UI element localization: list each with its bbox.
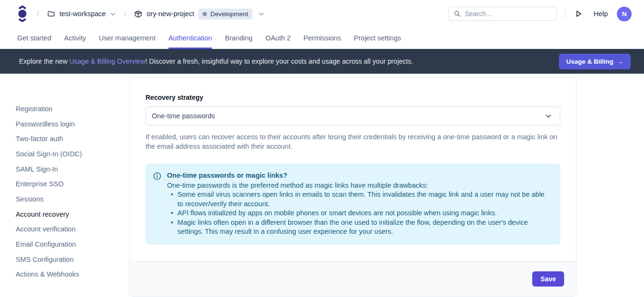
info-bullet: • API flows initialized by apps on mobil… [167, 209, 551, 218]
bullet-text: Some email virus scanners open links in … [177, 190, 551, 209]
account-recovery-card: Recovery strategy One-time passwords If … [129, 77, 576, 297]
card-footer: Save [130, 261, 576, 296]
banner-text-before: Explore the new [19, 57, 69, 65]
play-button[interactable] [574, 9, 584, 19]
search-input[interactable] [465, 10, 552, 18]
sidebar-item-account-recovery[interactable]: Account recovery [16, 207, 129, 222]
chevron-down-icon [258, 11, 264, 17]
recovery-strategy-label: Recovery strategy [146, 94, 560, 101]
info-bullet: • Some email virus scanners open links i… [167, 190, 551, 209]
account-recovery-form: Recovery strategy One-time passwords If … [130, 78, 576, 245]
chevron-down-icon [545, 112, 552, 120]
app-header: / test-workspace / ory-new-project Devel… [0, 0, 644, 28]
tab-branding[interactable]: Branding [225, 28, 253, 49]
header-divider [565, 8, 566, 19]
breadcrumb-separator: / [37, 10, 39, 18]
sidebar-item-account-verification[interactable]: Account verification [16, 222, 129, 237]
project-name: ory-new-project [146, 10, 194, 18]
tab-activity[interactable]: Activity [64, 28, 86, 49]
ory-logo[interactable] [16, 5, 29, 23]
sidebar-item-actions-webhooks[interactable]: Actions & Webhooks [16, 267, 129, 282]
bullet-icon: • [171, 218, 173, 237]
sidebar-item-saml-sign-in[interactable]: SAML Sign-In [16, 162, 129, 177]
banner-text: Explore the new Usage & Billing Overview… [19, 57, 413, 65]
usage-billing-banner: Explore the new Usage & Billing Overview… [0, 49, 644, 74]
info-box-title: One-time passwords or magic links? [167, 171, 551, 181]
tab-permissions[interactable]: Permissions [303, 28, 341, 49]
bullet-text: Magic links often open in a different br… [177, 218, 551, 237]
info-box-bullets: • Some email virus scanners open links i… [167, 190, 551, 237]
tab-user-management[interactable]: User management [99, 28, 156, 49]
ory-logo-icon [16, 5, 29, 23]
save-button[interactable]: Save [532, 271, 564, 287]
project-switcher[interactable]: ory-new-project Development [134, 9, 264, 19]
chevron-down-icon [110, 11, 116, 17]
package-icon [134, 10, 142, 18]
usage-billing-button-label: Usage & Billing [566, 58, 613, 65]
bullet-text: API flows initialized by apps on mobile … [177, 209, 497, 218]
search-box[interactable] [449, 7, 557, 21]
authentication-sidebar: Registration Passwordless login Two-fact… [0, 74, 129, 282]
info-box-intro: One-time passwords is the preferred meth… [167, 181, 551, 191]
tab-get-started[interactable]: Get started [17, 28, 51, 49]
environment-label: Development [210, 10, 248, 18]
environment-badge: Development [198, 9, 253, 19]
usage-billing-button[interactable]: Usage & Billing → [559, 54, 631, 69]
sidebar-item-registration[interactable]: Registration [16, 101, 129, 116]
workspace-switcher[interactable]: test-workspace [47, 10, 117, 18]
environment-dot-icon [203, 12, 207, 16]
page-content: Registration Passwordless login Two-fact… [0, 74, 644, 297]
tab-authentication[interactable]: Authentication [168, 28, 212, 49]
arrow-right-icon: → [617, 58, 624, 65]
recovery-strategy-select[interactable]: One-time passwords [146, 106, 560, 125]
folder-icon [47, 10, 55, 18]
project-nav-tabs: Get started Activity User management Aut… [0, 28, 644, 49]
sidebar-item-sessions[interactable]: Sessions [16, 192, 129, 207]
tab-oauth2[interactable]: OAuth 2 [265, 28, 291, 49]
sidebar-item-two-factor-auth[interactable]: Two-factor auth [16, 131, 129, 146]
sidebar-item-enterprise-sso[interactable]: Enterprise SSO [16, 176, 129, 192]
recovery-strategy-value: One-time passwords [152, 112, 215, 120]
breadcrumb-separator: / [124, 10, 126, 18]
sidebar-item-sms-configuration[interactable]: SMS Configuration [16, 252, 129, 267]
sidebar-item-social-sign-in-oidc[interactable]: Social Sign-In (OIDC) [16, 146, 129, 162]
recovery-strategy-description: If enabled, users can recover access to … [146, 132, 560, 151]
avatar[interactable]: N [617, 7, 632, 21]
info-icon [153, 171, 161, 237]
breadcrumb: / test-workspace / ory-new-project Devel… [16, 5, 264, 23]
info-box: One-time passwords or magic links? One-t… [146, 163, 560, 245]
sidebar-item-passwordless-login[interactable]: Passwordless login [16, 116, 129, 132]
workspace-name: test-workspace [59, 10, 106, 18]
banner-text-after: ! Discover a fresh, insightful way to ex… [145, 57, 413, 65]
play-icon [575, 10, 583, 18]
search-icon [454, 10, 460, 18]
help-link[interactable]: Help [594, 10, 608, 18]
bullet-icon: • [171, 209, 173, 218]
usage-billing-overview-link[interactable]: Usage & Billing Overview [69, 57, 146, 65]
header-actions: Help N [449, 7, 632, 21]
tab-project-settings[interactable]: Project settings [354, 28, 401, 49]
bullet-icon: • [171, 190, 173, 209]
sidebar-item-email-configuration[interactable]: Email Configuration [16, 237, 129, 252]
info-bullet: • Magic links often open in a different … [167, 218, 551, 237]
info-box-content: One-time passwords or magic links? One-t… [167, 171, 551, 237]
